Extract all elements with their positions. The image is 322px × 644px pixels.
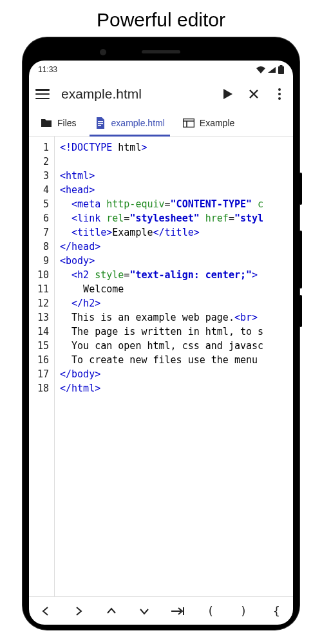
tab-current-file[interactable]: example.html <box>87 109 173 136</box>
svg-rect-0 <box>278 66 284 74</box>
phone-notch <box>29 44 293 61</box>
tab-files[interactable]: Files <box>33 109 84 136</box>
svg-rect-2 <box>98 121 103 122</box>
svg-rect-5 <box>183 118 194 127</box>
folder-icon <box>41 117 52 129</box>
phone-side-button <box>299 295 302 327</box>
nav-left-button[interactable] <box>33 607 59 616</box>
code-editor[interactable]: 123456789101112131415161718 <!DOCTYPE ht… <box>29 137 293 596</box>
phone-frame: 11:33 example.html <box>23 37 299 630</box>
nav-up-button[interactable] <box>99 607 124 616</box>
phone-screen: 11:33 example.html <box>29 61 293 625</box>
tab-bar: Files example.html Example <box>29 109 293 137</box>
signal-icon <box>268 67 276 73</box>
svg-rect-4 <box>98 125 101 126</box>
keyboard-toolbar: ( ) { <box>29 596 293 625</box>
overflow-menu-icon[interactable] <box>272 88 287 100</box>
tab-label: example.html <box>111 118 165 128</box>
play-icon[interactable] <box>221 87 235 101</box>
nav-right-button[interactable] <box>66 607 91 616</box>
page-heading: Powerful editor <box>0 0 322 37</box>
battery-icon <box>278 65 284 74</box>
tab-key-button[interactable] <box>165 607 191 616</box>
paren-close-button[interactable]: ) <box>231 604 256 618</box>
tab-label: Files <box>57 118 77 128</box>
brace-open-button[interactable]: { <box>263 604 289 618</box>
file-icon <box>95 117 106 129</box>
wifi-icon <box>256 66 265 73</box>
svg-rect-1 <box>280 65 283 66</box>
menu-icon[interactable] <box>35 89 50 99</box>
phone-side-button <box>299 173 302 205</box>
layout-icon <box>183 117 194 129</box>
tab-label: Example <box>200 118 234 128</box>
svg-rect-3 <box>98 123 103 124</box>
status-time: 11:33 <box>38 65 57 74</box>
status-bar: 11:33 <box>29 61 293 79</box>
app-title: example.html <box>61 86 209 102</box>
nav-down-button[interactable] <box>131 607 157 616</box>
app-bar: example.html <box>29 79 293 109</box>
code-content[interactable]: <!DOCTYPE html> <html><head> <meta http-… <box>55 137 293 596</box>
phone-side-button <box>299 231 302 289</box>
paren-open-button[interactable]: ( <box>198 604 223 618</box>
line-gutter: 123456789101112131415161718 <box>29 137 55 596</box>
tab-preview[interactable]: Example <box>175 109 242 136</box>
close-icon[interactable] <box>247 87 261 101</box>
